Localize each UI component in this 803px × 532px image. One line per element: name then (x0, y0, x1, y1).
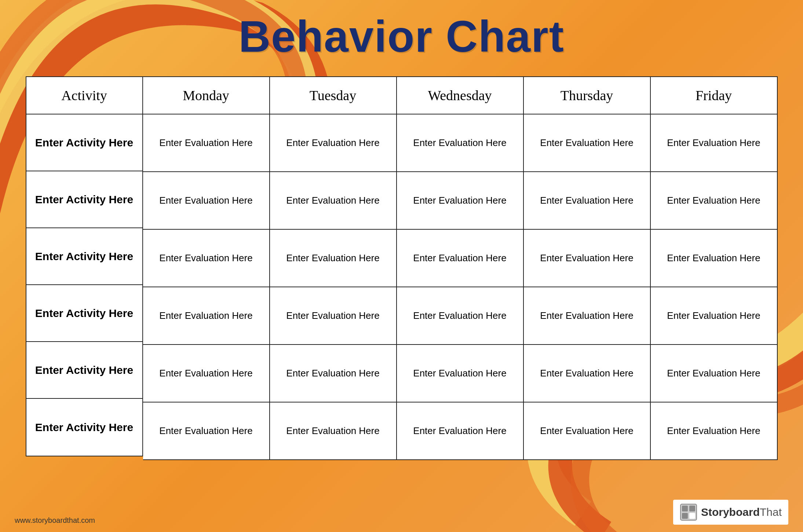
day-thursday: Thursday (524, 77, 651, 114)
eval-row-5: Enter Evaluation Here Enter Evaluation H… (143, 345, 777, 402)
website-url: www.storyboardthat.com (15, 516, 95, 525)
eval-r4-tuesday[interactable]: Enter Evaluation Here (270, 287, 397, 344)
eval-row-3: Enter Evaluation Here Enter Evaluation H… (143, 230, 777, 287)
eval-r6-wednesday[interactable]: Enter Evaluation Here (397, 402, 524, 459)
eval-r4-thursday[interactable]: Enter Evaluation Here (524, 287, 651, 344)
eval-row-2: Enter Evaluation Here Enter Evaluation H… (143, 172, 777, 230)
eval-r2-thursday[interactable]: Enter Evaluation Here (524, 172, 651, 229)
activity-row-3[interactable]: Enter Activity Here (26, 228, 142, 285)
svg-rect-1 (682, 506, 688, 511)
day-wednesday: Wednesday (397, 77, 524, 114)
page-content: Behavior Chart Activity Enter Activity H… (0, 0, 803, 532)
eval-r1-tuesday[interactable]: Enter Evaluation Here (270, 114, 397, 171)
svg-rect-3 (682, 513, 688, 519)
logo-text: StoryboardThat (701, 506, 782, 518)
days-grid: Monday Tuesday Wednesday Thursday Friday… (143, 76, 778, 460)
activity-column-header: Activity (26, 77, 142, 114)
logo-text-bold: Storyboard (701, 506, 760, 518)
days-header-row: Monday Tuesday Wednesday Thursday Friday (143, 77, 777, 114)
eval-r2-monday[interactable]: Enter Evaluation Here (143, 172, 270, 229)
day-friday: Friday (651, 77, 777, 114)
eval-r6-tuesday[interactable]: Enter Evaluation Here (270, 402, 397, 459)
activity-row-4[interactable]: Enter Activity Here (26, 285, 142, 342)
day-tuesday: Tuesday (270, 77, 397, 114)
eval-r6-thursday[interactable]: Enter Evaluation Here (524, 402, 651, 459)
eval-r4-monday[interactable]: Enter Evaluation Here (143, 287, 270, 344)
eval-r4-friday[interactable]: Enter Evaluation Here (651, 287, 777, 344)
eval-r3-tuesday[interactable]: Enter Evaluation Here (270, 230, 397, 287)
eval-r3-thursday[interactable]: Enter Evaluation Here (524, 230, 651, 287)
eval-r2-friday[interactable]: Enter Evaluation Here (651, 172, 777, 229)
eval-row-1: Enter Evaluation Here Enter Evaluation H… (143, 114, 777, 172)
activity-row-5[interactable]: Enter Activity Here (26, 342, 142, 399)
eval-r5-friday[interactable]: Enter Evaluation Here (651, 345, 777, 402)
footer: www.storyboardthat.com StoryboardThat (15, 500, 788, 525)
svg-rect-4 (689, 513, 695, 519)
activity-row-1[interactable]: Enter Activity Here (26, 114, 142, 171)
eval-r3-friday[interactable]: Enter Evaluation Here (651, 230, 777, 287)
eval-r1-wednesday[interactable]: Enter Evaluation Here (397, 114, 524, 171)
chart-area: Activity Enter Activity Here Enter Activ… (26, 76, 778, 460)
eval-r6-monday[interactable]: Enter Evaluation Here (143, 402, 270, 459)
activity-row-2[interactable]: Enter Activity Here (26, 171, 142, 228)
eval-r1-friday[interactable]: Enter Evaluation Here (651, 114, 777, 171)
eval-row-6: Enter Evaluation Here Enter Evaluation H… (143, 402, 777, 459)
eval-r2-wednesday[interactable]: Enter Evaluation Here (397, 172, 524, 229)
eval-r1-thursday[interactable]: Enter Evaluation Here (524, 114, 651, 171)
activity-row-6[interactable]: Enter Activity Here (26, 399, 142, 456)
eval-r5-thursday[interactable]: Enter Evaluation Here (524, 345, 651, 402)
eval-r5-wednesday[interactable]: Enter Evaluation Here (397, 345, 524, 402)
eval-r5-monday[interactable]: Enter Evaluation Here (143, 345, 270, 402)
storyboardthat-logo-icon (680, 503, 697, 521)
eval-r1-monday[interactable]: Enter Evaluation Here (143, 114, 270, 171)
eval-r5-tuesday[interactable]: Enter Evaluation Here (270, 345, 397, 402)
activity-column: Activity Enter Activity Here Enter Activ… (26, 76, 143, 456)
page-title: Behavior Chart (238, 11, 564, 62)
storyboardthat-logo: StoryboardThat (673, 500, 788, 525)
eval-r4-wednesday[interactable]: Enter Evaluation Here (397, 287, 524, 344)
eval-r3-monday[interactable]: Enter Evaluation Here (143, 230, 270, 287)
eval-r2-tuesday[interactable]: Enter Evaluation Here (270, 172, 397, 229)
eval-row-4: Enter Evaluation Here Enter Evaluation H… (143, 287, 777, 345)
svg-rect-2 (689, 506, 695, 511)
eval-r3-wednesday[interactable]: Enter Evaluation Here (397, 230, 524, 287)
eval-r6-friday[interactable]: Enter Evaluation Here (651, 402, 777, 459)
logo-text-normal: That (760, 506, 782, 518)
day-monday: Monday (143, 77, 270, 114)
